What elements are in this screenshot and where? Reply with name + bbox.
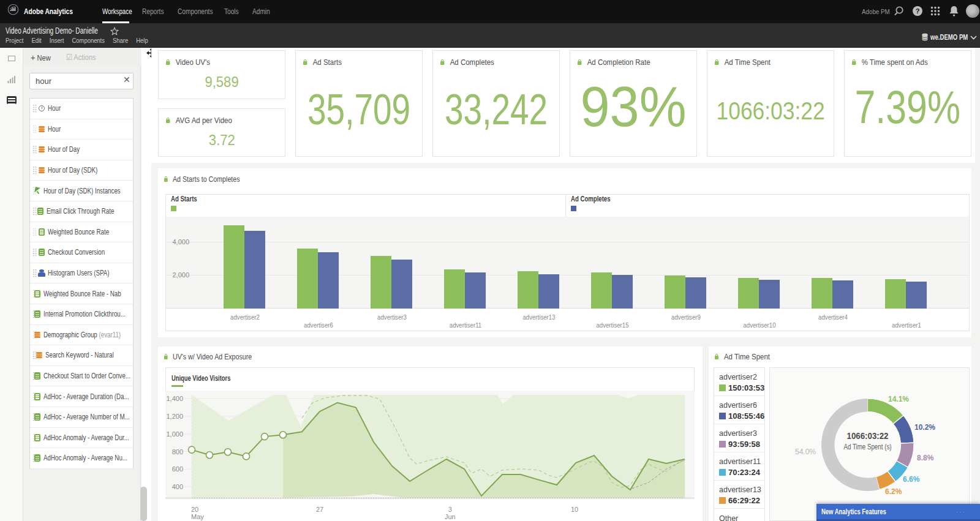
svg-text:1066:03:22: 1066:03:22 xyxy=(847,430,889,441)
svg-text:400: 400 xyxy=(172,483,183,490)
svg-text:?: ? xyxy=(916,7,920,15)
svg-text:10.2%: 10.2% xyxy=(914,423,935,432)
svg-text:8.8%: 8.8% xyxy=(917,454,934,462)
svg-text:Ad Time Spent (s): Ad Time Spent (s) xyxy=(844,442,892,451)
svg-text:1,200: 1,200 xyxy=(166,413,183,420)
svg-text:6.2%: 6.2% xyxy=(885,487,902,496)
svg-text:600: 600 xyxy=(172,465,183,473)
svg-text:14.1%: 14.1% xyxy=(888,395,909,403)
svg-text:1,000: 1,000 xyxy=(166,430,183,438)
svg-text:6.6%: 6.6% xyxy=(903,475,920,484)
svg-text:1,400: 1,400 xyxy=(166,395,183,402)
svg-text:54.0%: 54.0% xyxy=(795,448,816,456)
svg-text:800: 800 xyxy=(172,448,183,455)
